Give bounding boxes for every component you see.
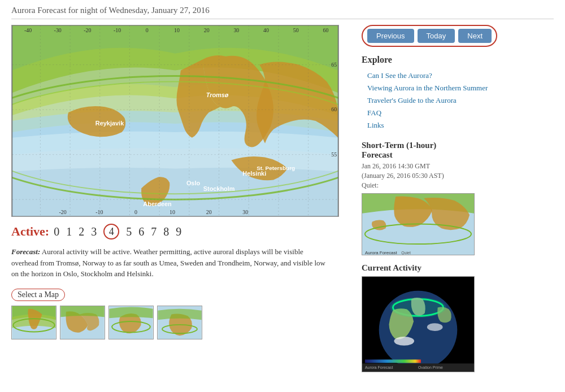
svg-text:30: 30 — [242, 209, 248, 215]
right-column: Previous Today Next Explore Can I See th… — [362, 25, 554, 372]
explore-link-1[interactable]: Can I See the Aurora? — [362, 69, 554, 82]
forecast-description: Forecast: Auroral activity will be activ… — [11, 246, 328, 280]
svg-text:65: 65 — [331, 62, 337, 68]
short-term-quiet: Quiet: — [362, 181, 554, 190]
current-activity-heading: Current Activity — [362, 263, 554, 273]
current-activity-map: Aurora Forecast Ovation Prime — [362, 276, 475, 372]
svg-text:60: 60 — [331, 106, 337, 112]
svg-text:-40: -40 — [24, 27, 32, 33]
svg-text:10: 10 — [174, 27, 180, 33]
svg-point-60 — [394, 337, 414, 346]
nav-buttons-group: Previous Today Next — [362, 25, 497, 47]
svg-text:20: 20 — [206, 209, 212, 215]
activity-num-9: 9 — [176, 225, 181, 238]
svg-text:40: 40 — [263, 27, 269, 33]
activity-num-4-circled: 4 — [103, 224, 119, 239]
previous-button[interactable]: Previous — [367, 29, 414, 43]
activity-indicator: Active: 0 1 2 3 4 5 6 7 8 9 — [11, 224, 350, 239]
map-thumb-3[interactable] — [108, 306, 154, 339]
svg-text:Tromsø: Tromsø — [206, 92, 229, 98]
short-term-heading: Short-Term (1-hour)Forecast — [362, 141, 554, 160]
select-map-section: Select a Map — [11, 289, 350, 339]
svg-text:Oslo: Oslo — [186, 180, 201, 186]
svg-text:55: 55 — [331, 151, 337, 158]
activity-label: Active: — [11, 224, 49, 239]
svg-text:Quiet: Quiet — [401, 251, 411, 255]
today-button[interactable]: Today — [418, 29, 455, 43]
svg-text:30: 30 — [233, 27, 239, 33]
explore-heading: Explore — [362, 55, 554, 65]
short-term-date1: Jan 26, 2016 14:30 GMT — [362, 162, 554, 171]
short-term-map: Aurora Forecast Quiet — [362, 193, 475, 255]
explore-link-2[interactable]: Viewing Aurora in the Northern Summer — [362, 82, 554, 94]
forecast-body: Auroral activity will be active. Weather… — [11, 247, 325, 278]
svg-text:St. Petersburg: St. Petersburg — [257, 165, 295, 171]
activity-num-6: 6 — [138, 225, 144, 238]
left-column: -40 -30 -20 -10 0 10 20 30 40 50 60 65 6… — [11, 25, 350, 372]
explore-section: Explore Can I See the Aurora? Viewing Au… — [362, 55, 554, 132]
svg-text:Stockholm: Stockholm — [203, 185, 235, 192]
svg-text:-10: -10 — [114, 27, 121, 33]
main-forecast-map: -40 -30 -20 -10 0 10 20 30 40 50 60 65 6… — [11, 25, 339, 217]
activity-num-0: 0 — [54, 225, 59, 238]
explore-link-3[interactable]: Traveler's Guide to the Aurora — [362, 94, 554, 107]
svg-text:Aurora Forecast: Aurora Forecast — [365, 365, 393, 369]
activity-num-8: 8 — [163, 225, 169, 238]
svg-text:Aberdeen: Aberdeen — [143, 201, 171, 207]
activity-num-2: 2 — [79, 225, 84, 238]
svg-text:0: 0 — [134, 209, 137, 215]
map-thumb-1[interactable] — [11, 306, 56, 339]
map-thumbnails — [11, 306, 350, 339]
svg-text:-10: -10 — [95, 209, 103, 215]
svg-point-62 — [390, 298, 446, 318]
current-activity-section: Current Activity — [362, 263, 554, 372]
svg-text:20: 20 — [204, 27, 210, 33]
activity-num-3: 3 — [91, 225, 97, 238]
svg-text:-30: -30 — [54, 27, 62, 33]
svg-text:50: 50 — [293, 27, 299, 33]
explore-link-5[interactable]: Links — [362, 119, 554, 132]
map-thumb-2[interactable] — [60, 306, 105, 339]
svg-text:10: 10 — [169, 209, 175, 215]
svg-text:Ovation Prime: Ovation Prime — [418, 365, 443, 369]
short-term-date2: (January 26, 2016 05:30 AST) — [362, 172, 554, 180]
map-thumb-4[interactable] — [157, 306, 202, 339]
explore-links: Can I See the Aurora? Viewing Aurora in … — [362, 69, 554, 132]
svg-point-61 — [427, 323, 443, 331]
svg-rect-66 — [365, 360, 421, 363]
svg-text:Reykjavik: Reykjavik — [95, 120, 124, 127]
short-term-section: Short-Term (1-hour)Forecast Jan 26, 2016… — [362, 141, 554, 255]
activity-num-5: 5 — [126, 225, 132, 238]
explore-link-4[interactable]: FAQ — [362, 107, 554, 119]
forecast-bold: Forecast: — [11, 247, 40, 256]
select-map-label[interactable]: Select a Map — [11, 289, 65, 301]
svg-text:Aurora Forecast: Aurora Forecast — [365, 250, 397, 255]
svg-text:-20: -20 — [59, 209, 67, 215]
activity-num-7: 7 — [151, 225, 157, 238]
svg-text:0: 0 — [146, 27, 149, 33]
svg-text:-20: -20 — [84, 27, 91, 33]
activity-num-1: 1 — [66, 225, 72, 238]
page-title: Aurora Forecast for night of Wednesday, … — [11, 6, 554, 19]
svg-text:60: 60 — [323, 27, 328, 33]
next-button[interactable]: Next — [458, 29, 492, 43]
